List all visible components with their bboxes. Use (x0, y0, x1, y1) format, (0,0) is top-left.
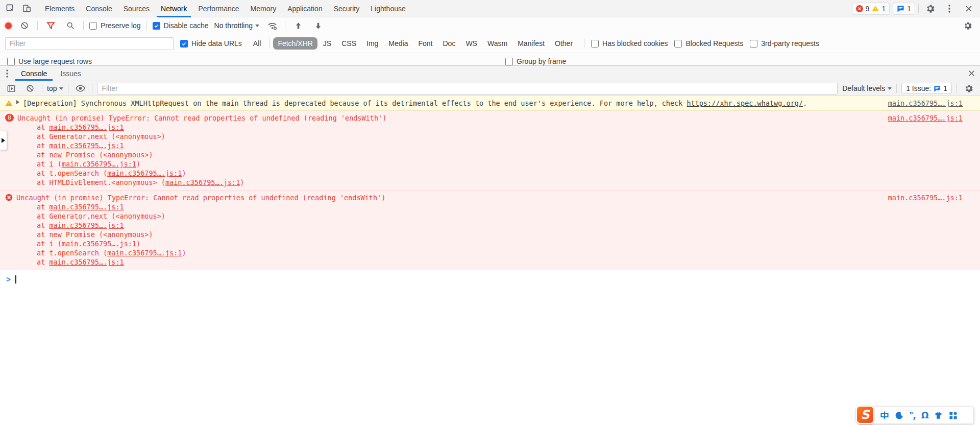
record-network-log-button[interactable] (5, 22, 12, 29)
deprecation-help-link[interactable]: https://xhr.spec.whatwg.org/ (687, 99, 803, 107)
use-large-request-rows-label: Use large request rows (18, 57, 92, 65)
drawer-menu-kebab-icon[interactable] (0, 66, 14, 81)
type-filter-js[interactable]: JS (318, 37, 336, 50)
stack-source-link[interactable]: main.c356795….js:1 (49, 258, 124, 266)
divider (584, 39, 584, 48)
errors-warnings-badge[interactable]: 9 1 (852, 3, 890, 15)
tab-performance[interactable]: Performance (192, 0, 244, 17)
network-filter-input[interactable] (5, 37, 174, 50)
chinese-mode-icon[interactable] (880, 411, 889, 420)
stack-frame: at HTMLDivElement.<anonymous> (main.c356… (0, 178, 980, 187)
tab-lighthouse[interactable]: Lighthouse (365, 0, 411, 17)
stack-source-link[interactable]: main.c356795….js:1 (165, 178, 240, 186)
network-conditions-icon[interactable] (265, 19, 279, 32)
tab-elements[interactable]: Elements (39, 0, 80, 17)
tab-console[interactable]: Console (80, 0, 117, 17)
stack-source-link[interactable]: main.c356795….js:1 (62, 240, 136, 248)
type-filter-media[interactable]: Media (384, 37, 412, 50)
console-settings-gear-icon[interactable] (962, 82, 976, 95)
clear-console-icon[interactable] (23, 82, 37, 95)
divider (37, 21, 38, 30)
drawer-tab-issues[interactable]: Issues (54, 66, 87, 81)
stack-frame: at new Promise (<anonymous>) (0, 150, 980, 159)
stack-frame: at main.c356795….js:1 (0, 221, 980, 230)
stack-source-link[interactable]: main.c356795….js:1 (107, 249, 182, 257)
import-har-icon[interactable] (291, 19, 305, 32)
more-options-kebab-icon[interactable] (941, 0, 958, 17)
type-filter-doc[interactable]: Doc (438, 37, 460, 50)
hide-data-urls-checkbox[interactable]: Hide data URLs (180, 39, 242, 48)
tab-security[interactable]: Security (328, 0, 365, 17)
type-filter-font[interactable]: Font (413, 37, 437, 50)
symbol-omega-icon[interactable]: Ω (921, 410, 928, 420)
execution-context-select[interactable]: top (47, 84, 63, 92)
live-expression-eye-icon[interactable] (73, 82, 87, 95)
sogou-logo[interactable]: S (856, 406, 874, 424)
type-filter-ws[interactable]: WS (461, 37, 482, 50)
console-filter-input[interactable] (97, 83, 838, 95)
clear-network-log-icon[interactable] (17, 19, 32, 32)
stack-text: at (37, 123, 49, 131)
console-prompt[interactable]: > (0, 270, 980, 284)
device-toolbar-icon[interactable] (18, 0, 35, 17)
issues-counter-button[interactable]: 1 Issue: 1 (901, 83, 952, 94)
checkbox-unchecked (89, 22, 97, 30)
has-blocked-cookies-checkbox[interactable]: Has blocked cookies (591, 39, 668, 48)
hide-data-urls-label: Hide data URLs (191, 39, 242, 48)
stack-source-link[interactable]: main.c356795….js:1 (49, 203, 124, 211)
close-drawer-icon[interactable] (963, 66, 980, 81)
tab-memory[interactable]: Memory (245, 0, 282, 17)
error-source-link[interactable]: main.c356795….js:1 (888, 193, 963, 202)
type-filter-css[interactable]: CSS (337, 37, 361, 50)
context-value: top (47, 84, 57, 92)
drawer-tab-console[interactable]: Console (14, 66, 54, 81)
use-large-request-rows-checkbox[interactable]: Use large request rows (7, 57, 92, 65)
console-sidebar-toggle-icon[interactable] (4, 82, 18, 95)
type-filter-manifest[interactable]: Manifest (513, 37, 549, 50)
group-by-frame-checkbox[interactable]: Group by frame (505, 57, 566, 65)
stack-source-link[interactable]: main.c356795….js:1 (49, 141, 124, 150)
stack-source-link[interactable]: main.c356795….js:1 (49, 221, 124, 229)
export-har-icon[interactable] (311, 19, 325, 32)
blocked-requests-checkbox[interactable]: Blocked Requests (674, 39, 743, 48)
half-full-width-moon-icon[interactable] (895, 411, 903, 420)
third-party-requests-checkbox[interactable]: 3rd-party requests (750, 39, 819, 48)
disable-cache-label: Disable cache (164, 21, 209, 30)
type-filter-all[interactable]: All (249, 37, 266, 50)
type-filter-fetch-xhr[interactable]: Fetch/XHR (273, 37, 317, 50)
inspect-element-icon[interactable] (2, 0, 18, 17)
issues-badge[interactable]: 1 (893, 3, 915, 15)
checkbox-unchecked (505, 58, 513, 65)
throttling-value: No throttling (214, 21, 253, 30)
punctuation-icon[interactable]: °, (909, 410, 916, 420)
stack-text: at i ( (37, 160, 62, 168)
error-source-link[interactable]: main.c356795….js:1 (888, 113, 963, 123)
type-filter-other[interactable]: Other (550, 37, 577, 50)
expand-triangle-icon[interactable] (16, 100, 19, 104)
tab-network[interactable]: Network (155, 0, 192, 17)
text-cursor (15, 275, 16, 284)
search-icon[interactable] (63, 19, 78, 32)
type-filter-img[interactable]: Img (362, 37, 383, 50)
tab-sources[interactable]: Sources (118, 0, 155, 17)
preserve-log-checkbox[interactable]: Preserve log (89, 21, 141, 30)
tab-application[interactable]: Application (282, 0, 328, 17)
stack-source-link[interactable]: main.c356795….js:1 (107, 169, 182, 177)
filter-funnel-icon[interactable] (43, 19, 58, 32)
type-filter-wasm[interactable]: Wasm (483, 37, 512, 50)
sidebar-expand-handle[interactable] (0, 131, 7, 150)
log-levels-select[interactable]: Default levels (842, 84, 892, 92)
toolbox-grid-icon[interactable] (949, 411, 958, 420)
close-devtools-icon[interactable] (961, 0, 977, 17)
warning-source-link[interactable]: main.c356795….js:1 (888, 99, 963, 108)
skin-shirt-icon[interactable] (934, 411, 943, 420)
tab-label: Memory (251, 5, 277, 13)
chevron-down-icon (59, 87, 63, 90)
stack-source-link[interactable]: main.c356795….js:1 (49, 123, 124, 131)
checkbox-unchecked (674, 40, 682, 48)
throttling-select[interactable]: No throttling (214, 21, 259, 30)
network-settings-gear-icon[interactable] (961, 19, 975, 32)
settings-gear-icon[interactable] (922, 0, 938, 17)
disable-cache-checkbox[interactable]: Disable cache (153, 21, 209, 30)
stack-source-link[interactable]: main.c356795….js:1 (62, 160, 136, 168)
